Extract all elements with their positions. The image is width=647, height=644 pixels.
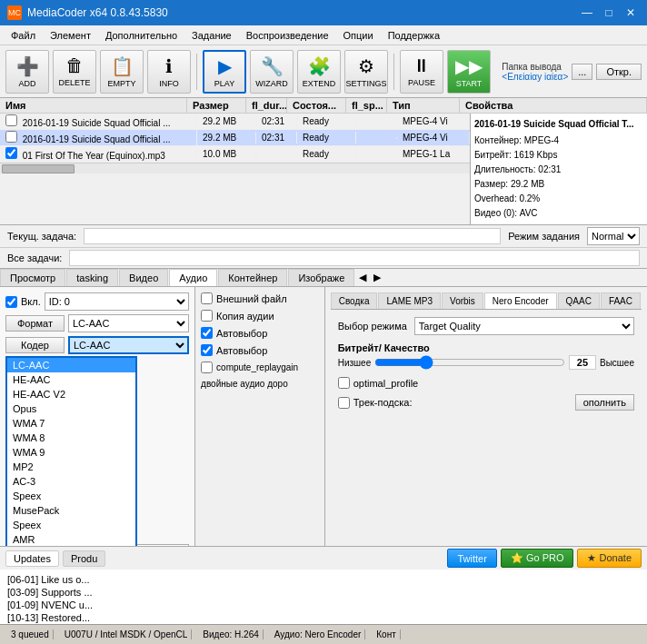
col-duration[interactable]: fl_dur... (246, 98, 287, 113)
file-checkbox[interactable] (5, 147, 17, 159)
menu-support[interactable]: Поддержка (381, 28, 447, 43)
right-tabs-area: Сводка LAME MP3 Vorbis Nero Encoder QAAC… (331, 292, 642, 540)
dropdown-item-he-aac-v2[interactable]: HE-AAC V2 (7, 387, 135, 401)
all-tasks-input[interactable] (69, 250, 640, 266)
horizontal-scrollbar[interactable] (0, 163, 470, 173)
filelist-area: Имя Размер fl_dur... Состоя... fl_sp... … (0, 98, 647, 225)
settings-button[interactable]: ⚙ SETTINGS (344, 50, 388, 94)
file-checkbox[interactable] (5, 131, 17, 143)
browse-button[interactable]: ... (572, 64, 592, 80)
menu-playback[interactable]: Воспроизведение (239, 28, 336, 43)
coder-dropdown-list[interactable]: LC-AAC HE-AAC HE-AAC V2 Opus WMA 7 WMA 8… (5, 356, 137, 546)
autoselect2-checkbox[interactable] (201, 344, 213, 356)
dual-audio-label: двойные аудио доро (201, 379, 288, 389)
track-checkbox[interactable] (338, 397, 350, 409)
bottom-tab-produ[interactable]: Produ (63, 550, 105, 567)
id-select[interactable]: ID: 0 (45, 292, 189, 311)
menu-file[interactable]: Файл (4, 28, 43, 43)
minimize-button[interactable]: — (578, 4, 596, 22)
dropdown-item-speex2[interactable]: Speex (7, 518, 135, 532)
mode-select[interactable]: Normal (587, 227, 640, 245)
autoselect-checkbox[interactable] (201, 327, 213, 339)
twitter-button[interactable]: Twitter (447, 549, 496, 568)
dropdown-item-lc-aac[interactable]: LC-AAC (7, 358, 135, 372)
quality-slider[interactable] (374, 355, 565, 370)
col-props[interactable]: Свойства (460, 98, 647, 113)
tabs-scroll-right[interactable]: ▶ (370, 269, 384, 286)
ext-file-checkbox[interactable] (201, 292, 213, 304)
dropdown-item-he-aac[interactable]: HE-AAC (7, 372, 135, 387)
right-tab-summary[interactable]: Сводка (331, 292, 378, 309)
mode-select2[interactable]: Target Quality Normal (414, 317, 634, 335)
right-tab-qaac[interactable]: QAAC (558, 292, 600, 309)
close-button[interactable]: ✕ (622, 4, 640, 22)
tab-video[interactable]: Видео (119, 269, 168, 286)
delete-button[interactable]: 🗑 DELETE (53, 50, 96, 94)
compute-checkbox[interactable] (201, 362, 213, 373)
copy-audio-checkbox[interactable] (201, 310, 213, 322)
file-name: 2016-01-19 Suicide Squad Official ... (23, 134, 171, 144)
table-row[interactable]: 01 First Of The Year (Equinox).mp3 10.0 … (0, 146, 470, 163)
open-button[interactable]: Откр. (596, 64, 642, 80)
dropdown-item-amr[interactable]: AMR (7, 532, 135, 546)
col-status[interactable]: Состоя... (287, 98, 346, 113)
add-button[interactable]: ➕ ADD (5, 50, 49, 94)
bottom-tab-updates[interactable]: Updates (5, 550, 59, 567)
play-button[interactable]: ▶ PLAY (203, 50, 246, 94)
delete-icon: 🗑 (65, 55, 84, 76)
maximize-button[interactable]: □ (600, 4, 618, 22)
file-size-cell: 29.2 MB (197, 132, 256, 144)
dropdown-item-wma8[interactable]: WMA 8 (7, 431, 135, 445)
tab-tasking[interactable]: tasking (66, 269, 118, 286)
menu-element[interactable]: Элемент (43, 28, 98, 43)
scroll-thumb[interactable] (2, 164, 75, 173)
coder-select[interactable]: LC-AAC (68, 336, 189, 354)
right-tab-vorbis[interactable]: Vorbis (442, 292, 483, 309)
coder-button[interactable]: Кодер (5, 337, 65, 353)
right-tab-lame[interactable]: LAME MP3 (378, 292, 441, 309)
toolbar-separator-2 (393, 54, 394, 90)
tab-audio[interactable]: Аудио (169, 269, 217, 287)
dropdown-item-ac3[interactable]: AC-3 (7, 474, 135, 489)
info-button[interactable]: ℹ INFO (147, 50, 191, 94)
wizard-button[interactable]: 🔧 WIZARD (250, 50, 294, 94)
table-row[interactable]: 2016-01-19 Suicide Squad Official ... 29… (0, 114, 470, 130)
gopro-button[interactable]: ⭐ Go PRO (501, 549, 574, 568)
donate-button[interactable]: ★ Donate (577, 549, 642, 568)
current-task-input[interactable] (84, 228, 501, 244)
menu-options[interactable]: Опции (336, 28, 381, 43)
empty-button[interactable]: 📋 EMPTY (100, 50, 144, 94)
col-sp[interactable]: fl_sp... (346, 98, 387, 113)
optimal-checkbox[interactable] (338, 377, 350, 389)
more-button[interactable]: ополнить (575, 394, 634, 411)
table-row[interactable]: 2016-01-19 Suicide Squad Official ... 29… (0, 130, 470, 146)
col-name[interactable]: Имя (0, 98, 187, 113)
enable-checkbox[interactable] (5, 296, 17, 308)
tab-preview[interactable]: Просмотр (0, 269, 65, 286)
right-tab-faac[interactable]: FAAC (601, 292, 641, 309)
format-select[interactable]: LC-AAC (68, 314, 189, 332)
dropdown-item-opus[interactable]: Opus (7, 401, 135, 416)
start-button[interactable]: ▶▶ START (447, 50, 491, 94)
tab-container[interactable]: Контейнер (218, 269, 287, 286)
dropdown-item-speex[interactable]: Speex (7, 489, 135, 503)
right-tab-nero[interactable]: Nero Encoder (484, 292, 557, 309)
track-row: Трек-подска: ополнить (338, 394, 634, 411)
filelist-properties: 2016-01-19 Suicide Squad Official T... К… (470, 114, 647, 224)
dropdown-item-wma9[interactable]: WMA 9 (7, 445, 135, 460)
dropdown-item-musepack[interactable]: MusePack (7, 503, 135, 518)
col-type[interactable]: Тип (387, 98, 460, 113)
tab-image[interactable]: Изображе (288, 269, 354, 286)
dropdown-item-wma7[interactable]: WMA 7 (7, 416, 135, 431)
file-checkbox[interactable] (5, 114, 17, 126)
col-size[interactable]: Размер (187, 98, 246, 113)
tabs-scroll-left[interactable]: ◀ (355, 269, 370, 286)
extend-button[interactable]: 🧩 EXTEND (297, 50, 341, 94)
app-title: MediaCoder x64 0.8.43.5830 (27, 6, 168, 19)
menu-additional[interactable]: Дополнительно (98, 28, 184, 43)
footer-content: [06-01] Like us o... [03-09] Supports ..… (0, 570, 647, 624)
menu-task[interactable]: Задание (184, 28, 239, 43)
format-button[interactable]: Формат (5, 315, 65, 332)
dropdown-item-mp2[interactable]: MP2 (7, 460, 135, 474)
pause-button[interactable]: ⏸ PAUSE (400, 50, 443, 94)
